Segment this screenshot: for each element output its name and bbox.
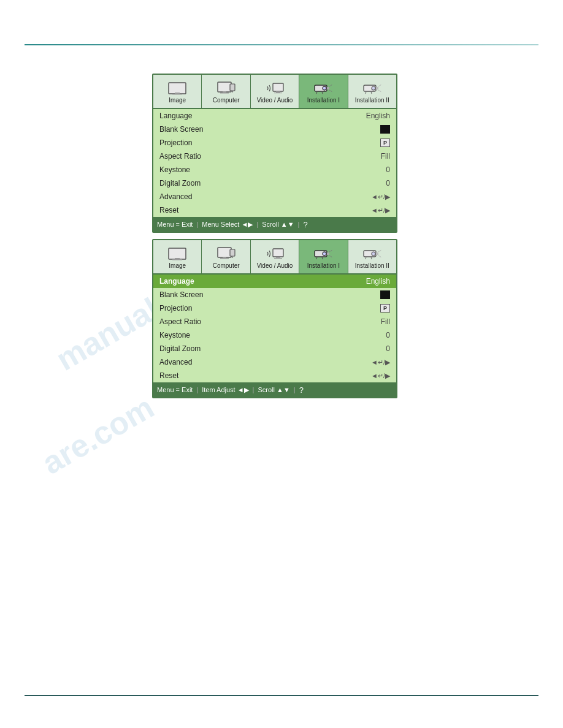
tab-installation1-label-2: Installation I — [307, 262, 340, 269]
blank-screen-label-2: Blank Screen — [159, 290, 203, 299]
aspect-ratio-label-2: Aspect Ratio — [159, 317, 201, 326]
keystone-label-1: Keystone — [159, 165, 190, 174]
menu-row-keystone-1[interactable]: Keystone 0 — [153, 163, 396, 176]
svg-point-7 — [231, 91, 232, 92]
tab-installation2-2[interactable]: Installation II — [348, 240, 396, 273]
svg-rect-1 — [175, 93, 180, 94]
menu-row-digital-zoom-1[interactable]: Digital Zoom 0 — [153, 176, 396, 190]
menu-row-reset-2[interactable]: Reset ◄↵/▶ — [153, 369, 396, 382]
tab-image-label-2: Image — [169, 262, 186, 269]
menu-row-advanced-1[interactable]: Advanced ◄↵/▶ — [153, 190, 396, 203]
language-value-1: English — [366, 112, 390, 120]
status-menu-exit-1: Menu = Exit — [157, 221, 193, 228]
tab-video-audio-2[interactable]: Video / Audio — [251, 240, 299, 273]
tab-image-label-1: Image — [169, 97, 186, 104]
status-divider-2a: | — [196, 386, 198, 393]
svg-rect-9 — [276, 91, 280, 93]
menu-row-digital-zoom-2[interactable]: Digital Zoom 0 — [153, 342, 396, 355]
status-bar-1: Menu = Exit | Menu Select ◄▶ | Scroll ▲▼… — [153, 217, 396, 232]
menu-row-keystone-2[interactable]: Keystone 0 — [153, 328, 396, 342]
menu-row-blank-screen-1[interactable]: Blank Screen — [153, 123, 396, 136]
tab-image-1[interactable]: Image — [153, 75, 202, 108]
svg-rect-3 — [218, 82, 231, 92]
video-audio-tab-icon-1 — [264, 81, 286, 96]
svg-rect-4 — [223, 91, 226, 93]
svg-rect-0 — [169, 83, 186, 94]
status-menu-exit-2: Menu = Exit — [157, 386, 193, 393]
tab-installation2-1[interactable]: Installation II — [348, 75, 396, 108]
blank-screen-value-2 — [380, 290, 390, 299]
language-label-2: Language — [159, 277, 194, 286]
blank-screen-swatch-1 — [380, 125, 390, 134]
osd-menu-1: Image Computer — [152, 74, 397, 233]
keystone-value-1: 0 — [386, 165, 390, 174]
menu-row-language-2[interactable]: Language English — [153, 275, 396, 288]
svg-rect-31 — [274, 258, 282, 259]
blank-screen-swatch-2 — [380, 290, 390, 299]
installation2-tab-icon-2 — [361, 246, 383, 261]
menu-row-reset-1[interactable]: Reset ◄↵/▶ — [153, 203, 396, 217]
menu-row-aspect-ratio-2[interactable]: Aspect Ratio Fill — [153, 315, 396, 328]
computer-tab-icon-2 — [215, 246, 237, 261]
advanced-label-2: Advanced — [159, 358, 192, 366]
svg-rect-2 — [172, 94, 182, 95]
digital-zoom-value-2: 0 — [386, 344, 390, 353]
menu-row-projection-1[interactable]: Projection P — [153, 136, 396, 150]
svg-point-33 — [323, 252, 326, 256]
language-label-1: Language — [159, 112, 192, 120]
projection-swatch-2: P — [380, 304, 390, 313]
watermark-line2: are.com — [36, 389, 160, 482]
installation1-tab-icon-2 — [312, 246, 334, 261]
language-value-2: English — [366, 277, 390, 286]
svg-rect-34 — [327, 252, 329, 255]
svg-rect-25 — [223, 257, 226, 258]
svg-rect-39 — [376, 252, 378, 255]
svg-rect-24 — [218, 248, 231, 257]
tab-computer-2[interactable]: Computer — [202, 240, 250, 273]
advanced-value-1: ◄↵/▶ — [371, 193, 390, 201]
tab-video-audio-1[interactable]: Video / Audio — [251, 75, 299, 108]
svg-rect-18 — [376, 87, 378, 89]
status-scroll-1: Scroll ▲▼ — [262, 221, 294, 228]
tab-installation1-1[interactable]: Installation I — [299, 75, 348, 108]
status-item-adjust-2: Item Adjust ◄▶ — [202, 386, 248, 394]
menu-row-language-1[interactable]: Language English — [153, 109, 396, 123]
osd-menu-2: Image Computer — [152, 239, 397, 398]
svg-point-17 — [372, 86, 375, 90]
tab-computer-1[interactable]: Computer — [202, 75, 250, 108]
menu-row-blank-screen-2[interactable]: Blank Screen — [153, 288, 396, 301]
tab-video-audio-label-2: Video / Audio — [257, 262, 293, 269]
svg-rect-23 — [172, 259, 182, 260]
menu-row-projection-2[interactable]: Projection P — [153, 301, 396, 315]
tab-installation1-2[interactable]: Installation I — [299, 240, 348, 273]
bottom-rule — [25, 695, 538, 696]
status-menu-select-1: Menu Select ◄▶ — [202, 221, 253, 229]
keystone-label-2: Keystone — [159, 331, 190, 339]
tab-computer-label-1: Computer — [213, 97, 240, 104]
top-rule — [25, 44, 538, 45]
menu-row-aspect-ratio-1[interactable]: Aspect Ratio Fill — [153, 150, 396, 163]
svg-rect-5 — [220, 93, 229, 94]
advanced-value-2: ◄↵/▶ — [371, 358, 390, 366]
image-tab-icon-1 — [166, 81, 188, 96]
installation2-tab-icon-1 — [361, 81, 383, 96]
tab-image-2[interactable]: Image — [153, 240, 202, 273]
advanced-label-1: Advanced — [159, 192, 192, 201]
blank-screen-label-1: Blank Screen — [159, 125, 203, 134]
svg-point-38 — [372, 252, 375, 256]
svg-point-12 — [323, 86, 326, 90]
status-divider-2c: | — [294, 386, 296, 393]
menu-row-advanced-2[interactable]: Advanced ◄↵/▶ — [153, 355, 396, 369]
image-tab-icon-2 — [166, 246, 188, 261]
menu-content-2: Language English Blank Screen Projection… — [153, 275, 396, 382]
status-help-2: ? — [299, 385, 304, 395]
svg-rect-29 — [273, 249, 283, 257]
svg-rect-26 — [220, 258, 229, 259]
status-scroll-2: Scroll ▲▼ — [258, 386, 289, 393]
projection-swatch-1: P — [380, 138, 390, 147]
reset-value-2: ◄↵/▶ — [371, 372, 390, 380]
projection-label-2: Projection — [159, 304, 192, 313]
blank-screen-value-1 — [380, 125, 390, 134]
aspect-ratio-label-1: Aspect Ratio — [159, 152, 201, 161]
aspect-ratio-value-1: Fill — [381, 152, 390, 161]
